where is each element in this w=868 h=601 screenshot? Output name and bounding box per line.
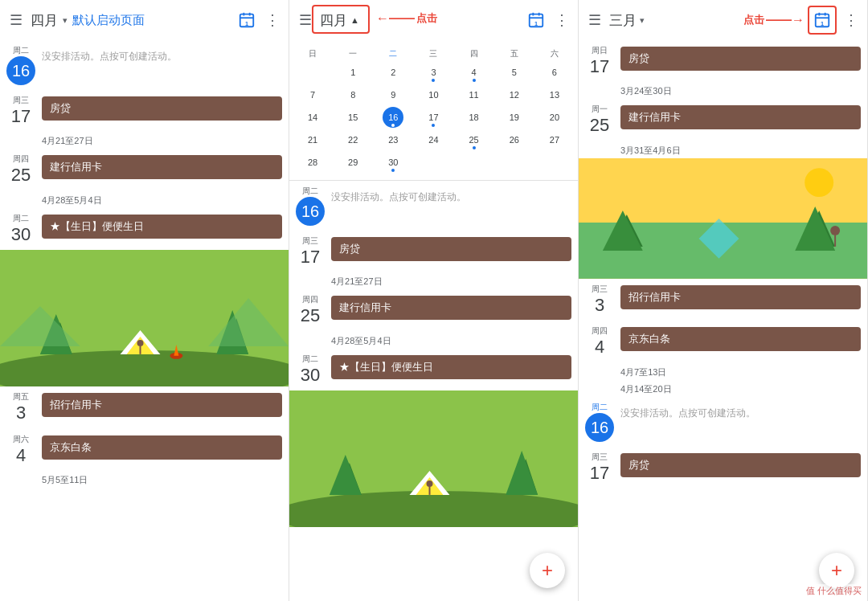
p3-day-num-mar17[interactable]: 17 [590,56,609,77]
mini-cal-day-17[interactable]: 17 [423,107,444,128]
event-jingdong-1[interactable]: 京东白条 [42,435,282,460]
mini-cal-day-26[interactable]: 26 [504,129,525,150]
event-jianhang-1[interactable]: 建行信用卡 [42,155,282,179]
p2-day-section-30: 周二 30 ★【生日】便便生日 [289,349,578,390]
day-num-16[interactable]: 16 [6,56,35,85]
mini-cal-day-4[interactable]: 4 [464,62,485,83]
mini-cal-day-2[interactable]: 2 [383,62,403,83]
day-num-17[interactable]: 17 [11,106,31,127]
p2-day-name-25: 周四 [302,294,318,305]
p3-event-zhaohang[interactable]: 招行信用卡 [620,285,861,309]
day-events-17: 房贷 [42,95,282,123]
p2-day-num-16[interactable]: 16 [296,197,325,226]
p3-day-num-mar25[interactable]: 25 [590,115,609,136]
event-fangdai-1[interactable]: 房贷 [42,96,282,121]
mini-cal-day-18[interactable]: 18 [464,107,485,128]
panel2-month[interactable]: 四月 [320,11,347,30]
mini-cal-day-11[interactable]: 11 [464,84,485,105]
panel3-arrow[interactable]: ▾ [640,15,645,26]
day-header-25: 周四 25 建行信用卡 [0,149,289,190]
panel2-more-icon[interactable]: ⋮ [551,9,573,31]
svg-point-25 [289,491,578,527]
day-num-30[interactable]: 30 [11,224,31,245]
event-birthday-1[interactable]: ★【生日】便便生日 [42,215,282,239]
p2-event-fangdai[interactable]: 房贷 [331,237,571,261]
mini-cal-day-14[interactable]: 14 [302,107,323,128]
mini-cal-weekdays: 日 一 二 三 四 五 六 1 2 3 4 5 6 7 8 9 10 11 12… [293,47,575,174]
no-event-16[interactable]: 没安排活动。点按可创建活动。 [42,47,282,67]
p2-no-event-16[interactable]: 没安排活动。点按可创建活动。 [331,187,571,207]
mini-cal-day-30[interactable]: 30 [383,152,403,173]
panel1-more-icon[interactable]: ⋮ [261,9,284,31]
panel3-cal-wrapper: 1 [808,6,837,35]
mini-cal-day-20[interactable]: 20 [544,107,565,128]
panel2-fab[interactable]: + [530,553,565,588]
mini-cal-day-3[interactable]: 3 [423,62,444,83]
p2-day-num-17[interactable]: 17 [301,247,320,268]
svg-point-48 [805,168,833,197]
mini-cal-day-1[interactable]: 1 [342,62,363,83]
panel1-arrow[interactable]: ▾ [63,15,68,26]
mini-cal-day-9[interactable]: 9 [383,84,403,105]
day-section-may3: 周五 3 招行信用卡 [0,386,289,428]
mini-cal-day-7[interactable]: 7 [302,84,323,105]
mini-cal-wd-tue: 二 [373,47,413,61]
mini-cal-day-24[interactable]: 24 [423,129,444,150]
mini-cal-wd-thu: 四 [454,47,494,61]
mini-cal-day-5[interactable]: 5 [504,62,525,83]
mini-cal-day-21[interactable]: 21 [302,129,323,150]
mini-cal-day-23[interactable]: 23 [383,129,403,150]
mini-cal-day-25[interactable]: 25 [464,129,485,150]
p2-day-num-30[interactable]: 30 [301,365,320,386]
panel3-calendar-icon[interactable]: 1 [811,9,833,31]
mini-cal-day-15[interactable]: 15 [342,107,363,128]
mini-cal-day-6[interactable]: 6 [544,62,565,83]
p3-day-num-apr4[interactable]: 4 [595,337,604,358]
panel1-month[interactable]: 四月 [31,11,58,30]
p3-day-section-apr3: 周三 3 招行信用卡 [579,279,867,321]
p3-day-events-apr16: 没安排活动。点按可创建活动。 [620,402,861,423]
panel3-more-icon[interactable]: ⋮ [840,9,862,31]
day-num-25[interactable]: 25 [11,165,31,186]
mini-cal-day-empty2 [423,152,444,173]
p3-event-jingdong[interactable]: 京东白条 [620,327,861,351]
panel2-calendar-icon[interactable]: 1 [525,9,547,31]
p3-event-jianhang[interactable]: 建行信用卡 [620,105,861,129]
mini-cal-day-8[interactable]: 8 [342,84,363,105]
mini-cal-day-27[interactable]: 27 [544,129,565,150]
panel1-calendar-icon[interactable]: 1 [235,9,258,31]
p3-event-fangdai2[interactable]: 房贷 [620,453,861,477]
mini-cal-day-16[interactable]: 16 [383,107,403,128]
day-name-may3: 周五 [13,391,29,403]
p3-day-events-mar17: 房贷 [620,45,861,73]
day-num-may4[interactable]: 4 [16,445,26,466]
panel2-menu-icon[interactable]: ☰ [294,9,317,31]
p2-event-birthday[interactable]: ★【生日】便便生日 [331,355,571,379]
p3-day-num-apr3[interactable]: 3 [595,295,604,316]
mini-cal-day-28[interactable]: 28 [302,152,323,173]
event-zhaohang-1[interactable]: 招行信用卡 [42,393,282,417]
panel3-menu-icon[interactable]: ☰ [583,9,606,31]
p3-day-name-apr4: 周四 [592,325,608,337]
mini-cal-day-29[interactable]: 29 [342,152,363,173]
mini-cal-day-12[interactable]: 12 [504,84,525,105]
p3-day-num-apr16[interactable]: 16 [585,413,614,442]
mini-cal-wd-sun: 日 [293,47,333,61]
p3-day-num-apr17[interactable]: 17 [590,463,609,484]
may-image-1: 2019年5月 [0,250,289,386]
mini-cal-day-22[interactable]: 22 [342,129,363,150]
menu-icon[interactable]: ☰ [5,9,27,31]
week-range-may5: 5月5至11日 [0,471,289,488]
p3-no-event-apr16[interactable]: 没安排活动。点按可创建活动。 [620,403,861,423]
mini-cal-day-10[interactable]: 10 [423,84,444,105]
panel3-fab[interactable]: + [819,553,854,588]
p2-day-num-25[interactable]: 25 [301,305,320,326]
mini-cal-day-13[interactable]: 13 [544,84,565,105]
p2-event-jianhang[interactable]: 建行信用卡 [331,296,571,320]
svg-point-46 [830,226,840,235]
mini-cal-day-19[interactable]: 19 [504,107,525,128]
day-num-may3[interactable]: 3 [16,403,26,423]
panel2-arrow[interactable]: ▲ [350,15,359,25]
panel3-month[interactable]: 三月 [609,11,637,30]
p3-event-fangdai[interactable]: 房贷 [620,47,861,71]
